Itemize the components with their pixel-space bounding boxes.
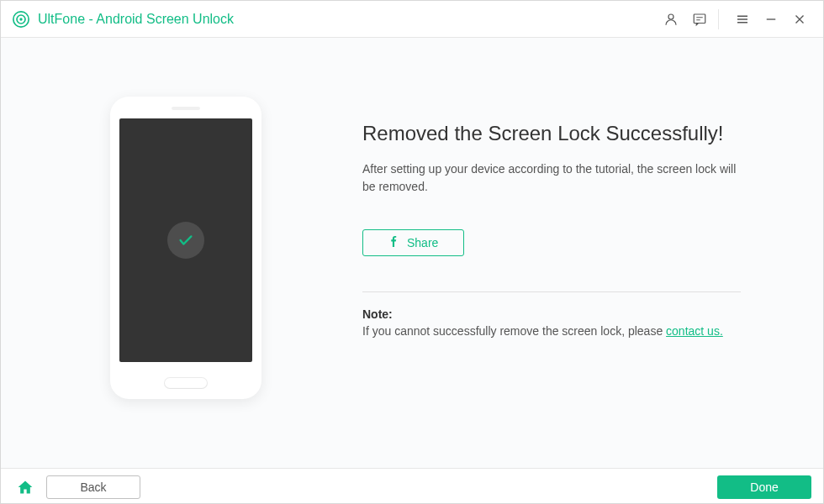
app-title: UltFone - Android Screen Unlock <box>38 12 234 27</box>
back-button[interactable]: Back <box>46 475 140 499</box>
phone-speaker <box>172 107 200 110</box>
note-label: Note: <box>362 307 773 321</box>
footer: Back Done <box>1 468 823 504</box>
menu-icon[interactable] <box>731 8 754 31</box>
checkmark-circle-icon <box>167 222 204 259</box>
contact-link[interactable]: contact us. <box>666 324 723 338</box>
note-text: If you cannot successfully remove the sc… <box>362 324 773 338</box>
phone-home-button <box>164 377 208 389</box>
info-panel: Removed the Screen Lock Successfully! Af… <box>304 97 773 434</box>
svg-rect-4 <box>694 14 705 24</box>
done-button[interactable]: Done <box>717 475 811 499</box>
minimize-icon[interactable] <box>759 8 783 31</box>
titlebar: UltFone - Android Screen Unlock <box>1 1 823 38</box>
note-body: If you cannot successfully remove the sc… <box>362 324 666 338</box>
phone-mockup <box>110 97 261 399</box>
svg-point-3 <box>668 14 673 19</box>
account-icon[interactable] <box>659 8 683 31</box>
close-icon[interactable] <box>788 8 811 31</box>
phone-illustration <box>68 97 304 434</box>
svg-point-2 <box>19 18 22 20</box>
share-button-label: Share <box>407 236 438 249</box>
phone-screen <box>119 118 252 362</box>
share-button[interactable]: Share <box>362 229 464 256</box>
main-content: Removed the Screen Lock Successfully! Af… <box>1 38 823 468</box>
result-description: After setting up your device according t… <box>362 160 741 196</box>
home-icon[interactable] <box>13 479 38 496</box>
feedback-icon[interactable] <box>688 8 711 31</box>
facebook-icon <box>388 236 399 249</box>
titlebar-divider <box>718 9 719 29</box>
divider <box>362 291 741 292</box>
result-heading: Removed the Screen Lock Successfully! <box>362 122 773 145</box>
app-logo-icon <box>13 11 29 28</box>
